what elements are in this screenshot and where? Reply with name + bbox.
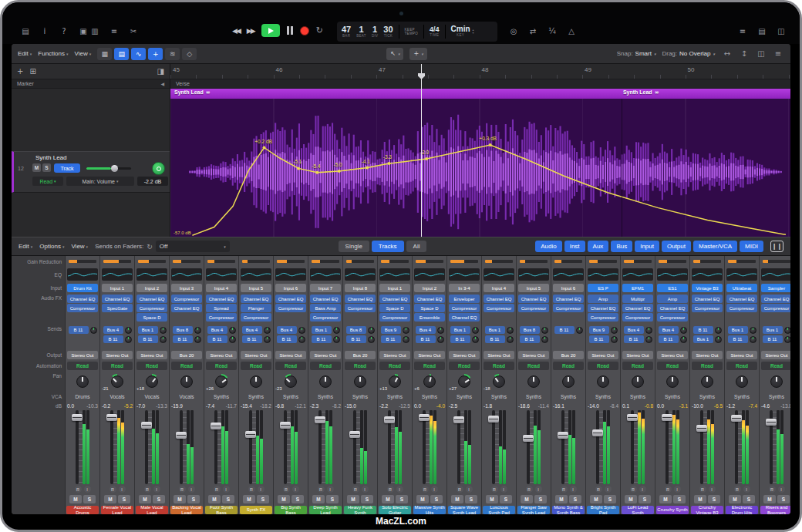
mute-button[interactable]: M [763, 495, 776, 503]
input-monitor-button[interactable]: I [396, 486, 403, 493]
mute-button[interactable]: M [729, 495, 741, 503]
fader-handle[interactable] [106, 414, 117, 421]
send-slot[interactable]: B 11 [207, 335, 227, 343]
record-enable-button[interactable]: R [387, 486, 394, 493]
send-knob[interactable] [472, 336, 479, 343]
solo-button[interactable]: S [291, 495, 304, 503]
plugin-slot[interactable]: Compressor [726, 304, 757, 312]
count-in-icon[interactable]: ¼ [546, 26, 558, 37]
plugin-slot[interactable]: Compressor [622, 313, 653, 322]
plugin-slot[interactable]: Compressor [761, 304, 790, 312]
strip-components-icon[interactable]: ❙❙ [770, 241, 783, 252]
send-knob[interactable] [750, 336, 757, 343]
fader-handle[interactable] [245, 431, 256, 438]
mute-button[interactable]: M [208, 495, 221, 503]
output-slot[interactable]: Stereo Out [310, 351, 341, 359]
automation-mode-button[interactable]: Read [414, 362, 445, 370]
send-knob[interactable] [90, 327, 97, 334]
send-slot[interactable]: Bus 4 [277, 326, 297, 334]
input-monitor-button[interactable]: I [223, 486, 230, 493]
fader[interactable] [457, 410, 460, 484]
fader-handle[interactable] [419, 414, 430, 421]
send-knob[interactable] [298, 336, 305, 343]
pan-knob[interactable] [699, 374, 715, 389]
solo-button[interactable]: S [187, 495, 200, 503]
eq-thumbnail[interactable] [760, 267, 790, 282]
eq-thumbnail[interactable] [725, 267, 759, 282]
bar-ruler[interactable]: 45464748495051 [170, 64, 790, 79]
input-monitor-button[interactable]: I [778, 486, 785, 493]
plugin-slot[interactable]: Channel EQ [518, 295, 549, 303]
fader-handle[interactable] [662, 414, 672, 421]
plugin-slot[interactable]: Compressor [67, 304, 98, 312]
filter-mastervca[interactable]: Master/VCA [693, 241, 737, 252]
plugin-slot[interactable]: Multipr [622, 295, 653, 303]
plugin-slot[interactable]: Compressor [518, 304, 549, 312]
fader[interactable] [180, 410, 183, 484]
pan-knob[interactable] [561, 374, 576, 389]
eq-thumbnail[interactable] [239, 267, 273, 282]
plugin-slot[interactable]: Channel EQ [345, 295, 376, 303]
input-slot[interactable]: Sampler [761, 284, 790, 292]
plugin-slot[interactable]: Compressor [657, 313, 688, 322]
plugin-slot[interactable]: Space D [379, 304, 410, 312]
eq-thumbnail[interactable] [621, 267, 655, 282]
plugin-slot[interactable]: Compressor [206, 313, 237, 322]
send-knob[interactable] [368, 327, 375, 334]
mute-button[interactable]: M [659, 495, 672, 503]
input-monitor-button[interactable]: I [119, 486, 126, 493]
send-knob[interactable] [437, 327, 444, 334]
filter-input[interactable]: Input [635, 241, 659, 252]
browsers-icon[interactable]: ◫ [775, 26, 787, 37]
eq-thumbnail[interactable] [655, 267, 689, 282]
filter-aux[interactable]: Aux [588, 241, 609, 252]
send-knob[interactable] [750, 327, 757, 334]
drag-menu[interactable]: Drag:No Overlap▾ [662, 50, 715, 57]
eq-thumbnail[interactable] [378, 267, 412, 282]
automation-curve[interactable] [170, 99, 790, 237]
send-slot[interactable]: B 11 [763, 335, 783, 343]
fader[interactable] [284, 410, 287, 484]
output-slot[interactable]: Stereo Out [379, 351, 410, 359]
input-slot[interactable]: Input 1 [102, 284, 133, 292]
track-name[interactable]: Backing Vocal Lead [170, 506, 203, 514]
send-knob[interactable] [264, 327, 271, 334]
pan-knob[interactable] [595, 374, 611, 389]
pan-knob[interactable] [387, 374, 403, 389]
filter-midi[interactable]: MIDI [740, 241, 763, 252]
plugin-slot[interactable]: Compressor [275, 304, 306, 312]
h-zoom-icon[interactable]: ↔ [721, 49, 733, 59]
solo-button[interactable]: S [777, 495, 790, 503]
eq-thumbnail[interactable] [274, 267, 308, 282]
send-knob[interactable] [368, 336, 375, 343]
output-slot[interactable]: Stereo Out [449, 351, 480, 359]
track-name[interactable]: Square Wave Synth Lead [448, 506, 480, 514]
send-slot[interactable]: Bus 1 [485, 326, 505, 334]
pan-knob[interactable] [422, 374, 437, 389]
pan-knob[interactable] [491, 374, 507, 389]
waveform-zoom-icon[interactable]: ◫ [755, 49, 767, 59]
solo-button[interactable]: S [465, 495, 477, 503]
plugin-slot[interactable]: Ensemble [414, 313, 445, 322]
smart-controls-icon[interactable]: ▤ [19, 26, 32, 37]
fader-handle[interactable] [141, 422, 152, 429]
fader-handle[interactable] [349, 431, 360, 438]
solo-button[interactable]: S [83, 495, 96, 503]
track-name[interactable]: Bright Synth Pad [587, 506, 619, 514]
fader[interactable] [770, 410, 773, 484]
plugin-slot[interactable]: Amp [588, 295, 618, 303]
send-slot[interactable]: B 11 [69, 326, 89, 334]
plugin-slot[interactable]: Flanger [241, 304, 271, 312]
eq-thumbnail[interactable] [204, 267, 238, 282]
output-slot[interactable]: Stereo Out [206, 351, 237, 359]
cycle-button[interactable]: ↻ [316, 25, 323, 35]
plugin-slot[interactable]: Channel EQ [588, 304, 618, 312]
input-monitor-button[interactable]: I [258, 486, 265, 493]
solo-button[interactable]: S [569, 495, 581, 503]
more-options-icon[interactable]: ≡ [772, 49, 784, 59]
send-knob[interactable] [715, 336, 722, 343]
input-monitor-button[interactable]: I [153, 486, 160, 493]
output-slot[interactable]: Stereo Out [726, 351, 757, 359]
plugin-slot[interactable]: Channel EQ [67, 295, 98, 303]
fader-handle[interactable] [766, 419, 777, 426]
